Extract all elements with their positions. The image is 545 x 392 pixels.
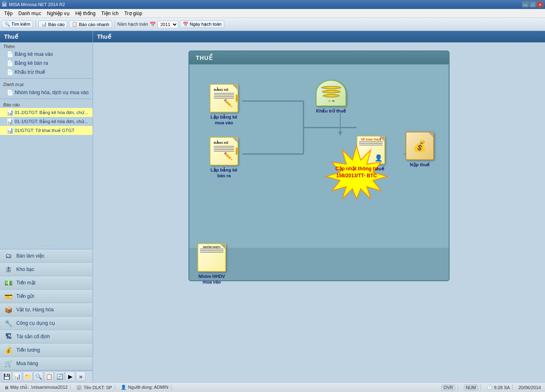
sidebar-item-bangke-muavao[interactable]: 📄 Bảng kê mua vào xyxy=(0,50,93,59)
server-icon: 🖥 xyxy=(4,385,9,390)
sidebar-item-nhomhhdv[interactable]: 📄 Nhóm hàng hóa, dịch vụ mua vào xyxy=(0,88,93,97)
menu-trogiup[interactable]: Trợ giúp xyxy=(122,10,145,17)
close-button[interactable]: ✕ xyxy=(537,2,543,7)
nopthu-icon-box: 💰 xyxy=(405,132,434,160)
title-bar: 🏛 MISA Mimosa.NET 2014 R2 — □ ✕ xyxy=(0,0,545,9)
sidebar-item-baocao-2-label: 01/GTGT: Tờ khai thuế GTGT xyxy=(15,128,74,133)
nav-tienluong-label: Tiền lương xyxy=(16,347,40,353)
date-button[interactable]: 📅 Ngày hạch toán xyxy=(180,20,224,28)
baocao-2-icon: 📊 xyxy=(7,127,13,134)
khautru-box[interactable]: －＝ Khấu trừ thuế xyxy=(316,80,346,114)
starburst-text: Cập nhật thông tư156/2013/TT- BTC xyxy=(335,165,378,179)
user-label: Người dùng: ADMIN xyxy=(128,385,168,390)
nav-khobac-label: Kho bạc xyxy=(16,266,34,272)
bottom-icon-0[interactable]: 💾 xyxy=(2,372,11,381)
toolbar-separator-1 xyxy=(35,20,36,29)
muahang-icon: 🛒 xyxy=(4,359,13,368)
menu-hethong[interactable]: Hệ thống xyxy=(73,10,98,17)
sidebar-item-bangke-muavao-label: Bảng kê mua vào xyxy=(15,51,53,57)
time-label: 9:28 SA xyxy=(494,385,510,390)
content-body: THUẾ xyxy=(93,42,545,289)
bottom-icon-4[interactable]: 📋 xyxy=(44,372,54,381)
nav-banlamviec-label: Bàn làm việc xyxy=(16,253,44,259)
sidebar-item-baocao-0[interactable]: 📊 01-2/GTGT: Bảng kê hóa đơn, chứ... xyxy=(0,108,93,117)
title-bar-controls: — □ ✕ xyxy=(522,2,543,7)
menu-tienich[interactable]: Tiện ích xyxy=(99,10,121,17)
svg-marker-5 xyxy=(338,132,342,136)
menu-nghiepvu[interactable]: Nghiệp vụ xyxy=(44,10,72,17)
calendar-icon: 📅 xyxy=(150,22,156,27)
ovr-kbd: OVR xyxy=(441,385,455,390)
date-label: Ngày hạch toán xyxy=(190,22,222,27)
search-button[interactable]: 🔍 Tìm kiếm xyxy=(2,20,33,28)
bottom-icon-5[interactable]: 🔄 xyxy=(55,372,64,381)
content-area: Thuế THUẾ xyxy=(93,31,545,382)
menu-tep[interactable]: Tệp xyxy=(2,10,15,17)
nav-taisan[interactable]: 🏗 Tài sản cố định xyxy=(0,330,93,344)
bangke-muavao-box[interactable]: BẢNG KÊ ✏️ Lập bảng kê xyxy=(210,84,238,126)
bottom-icon-more[interactable]: » xyxy=(76,372,86,381)
status-server: 🖥 Máy chủ: .\misamimosa2012 xyxy=(2,385,71,390)
bangke-muavao-label: Lập bảng kêmua vào xyxy=(210,114,237,126)
bottom-icon-3[interactable]: 🔍 xyxy=(33,372,43,381)
tax-panel-body: BẢNG KÊ ✏️ Lập bảng kê xyxy=(189,64,449,248)
tax-panel-header: THUẾ xyxy=(189,51,449,64)
nhomhhdv-icon-box: NHÓM HHDV xyxy=(197,243,226,272)
tax-panel: THUẾ xyxy=(188,51,450,281)
nopthu-label: Nộp thuế xyxy=(410,162,430,167)
nav-vattu-label: Vật tư, Hàng hóa xyxy=(16,307,54,313)
nav-banlamviec[interactable]: 🗂 Bàn làm việc xyxy=(0,249,93,263)
vattu-icon: 📦 xyxy=(4,305,13,314)
bangke-banra-label: Lập bảng kêbán ra xyxy=(210,167,237,179)
nav-tienmat[interactable]: 💵 Tiền mặt xyxy=(0,276,93,290)
nav-congcu-label: Công cụ dụng cụ xyxy=(16,320,55,326)
bottom-nav: 🗂 Bàn làm việc 🏦 Kho bạc 💵 Tiền mặt 💳 Ti… xyxy=(0,249,93,370)
server-label: Máy chủ: .\misamimosa2012 xyxy=(10,385,68,390)
clock-icon: 🕐 xyxy=(487,385,492,390)
nhomhhdv-box[interactable]: NHÓM HHDV Nhóm HHDVmua vào xyxy=(197,243,226,281)
bangke-muavao-icon-box: BẢNG KÊ ✏️ xyxy=(210,84,238,112)
baocao-section-label: Báo cáo xyxy=(0,101,93,108)
nav-tienluong[interactable]: 💰 Tiền lương xyxy=(0,344,93,357)
company-label: Tên DLKT: SP xyxy=(84,385,112,390)
bangke-banra-box[interactable]: BẢNG KÊ ✏️ Lập bảng kêbán ra xyxy=(210,137,238,179)
bottom-icon-6[interactable]: ▶ xyxy=(65,372,75,381)
sidebar-item-baocao-1[interactable]: 📊 01-1/GTGT: Bảng kê hóa đơn, chứ... xyxy=(0,117,93,126)
quick-report-icon: 📋 xyxy=(72,22,78,27)
nav-khobac[interactable]: 🏦 Kho bạc xyxy=(0,263,93,276)
khautru-label: Khấu trừ thuế xyxy=(316,108,346,114)
year-select[interactable]: 2011 2012 2013 xyxy=(157,21,178,28)
menu-bar: Tệp Danh mục Nghiệp vụ Hệ thống Tiện ích… xyxy=(0,9,545,18)
quick-report-label: Báo cáo nhanh xyxy=(79,22,109,27)
sidebar: Thuế Thêm 📄 Bảng kê mua vào 📄 Bảng kê bá… xyxy=(0,31,93,382)
maximize-button[interactable]: □ xyxy=(529,2,536,7)
nav-muahang-label: Mua hàng xyxy=(16,361,38,366)
sidebar-item-bangke-banra-label: Bảng kê bán ra xyxy=(15,60,48,66)
sidebar-item-baocao-2[interactable]: 📊 01/GTGT: Tờ khai thuế GTGT xyxy=(0,126,93,135)
minimize-button[interactable]: — xyxy=(522,2,529,7)
nopthu-box[interactable]: 💰 Nộp thuế xyxy=(405,132,434,167)
sidebar-item-khautru[interactable]: 📄 Khấu trừ thuế xyxy=(0,68,93,77)
report-label: Báo cáo xyxy=(48,22,64,27)
baocao-1-icon: 📊 xyxy=(7,118,13,125)
bottom-icon-1[interactable]: 📊 xyxy=(12,372,22,381)
sidebar-item-bangke-banra[interactable]: 📄 Bảng kê bán ra xyxy=(0,59,93,68)
nav-tiengui[interactable]: 💳 Tiền gửi xyxy=(0,290,93,303)
khobac-icon: 🏦 xyxy=(4,265,13,274)
sidebar-div-1 xyxy=(0,78,93,79)
user-icon: 👤 xyxy=(121,385,126,390)
report-button[interactable]: 📊 Báo cáo xyxy=(38,20,67,28)
toolbar: 🔍 Tìm kiếm 📊 Báo cáo 📋 Báo cáo nhanh Năm… xyxy=(0,18,545,31)
flow-container: BẢNG KÊ ✏️ Lập bảng kê xyxy=(197,73,438,211)
bottom-icon-2[interactable]: 📁 xyxy=(23,372,33,381)
quick-report-button[interactable]: 📋 Báo cáo nhanh xyxy=(69,20,112,28)
nav-vattu[interactable]: 📦 Vật tư, Hàng hóa xyxy=(0,303,93,317)
menu-danhmuc[interactable]: Danh mục xyxy=(16,10,44,17)
nav-congcu[interactable]: 🔧 Công cụ dụng cụ xyxy=(0,317,93,330)
khautru-icon: 📄 xyxy=(7,69,13,75)
status-date: 20/06/2014 xyxy=(516,385,543,390)
tiengui-icon: 💳 xyxy=(4,292,13,301)
nav-muahang[interactable]: 🛒 Mua hàng xyxy=(0,357,93,370)
nav-tiengui-label: Tiền gửi xyxy=(16,293,34,299)
sidebar-item-baocao-1-label: 01-1/GTGT: Bảng kê hóa đơn, chứ... xyxy=(15,119,88,124)
